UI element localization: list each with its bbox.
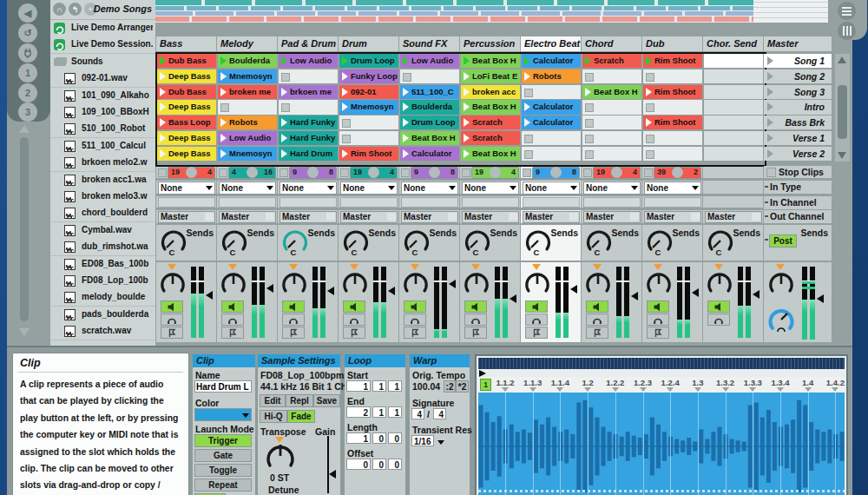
scene-song-1[interactable]: Song 1 bbox=[764, 54, 832, 68]
clip-stop-button[interactable] bbox=[646, 103, 654, 112]
clip-robots[interactable]: Robots bbox=[218, 116, 277, 129]
volume-fader-handle[interactable] bbox=[327, 287, 334, 295]
clip-stop-button[interactable] bbox=[342, 135, 351, 143]
orig-tempo-value[interactable]: 100.04 bbox=[412, 381, 440, 392]
track-header-dub[interactable]: Dub bbox=[642, 36, 702, 51]
scrollbar-thumb[interactable] bbox=[20, 137, 29, 321]
scrollbar-thumb[interactable] bbox=[838, 85, 847, 139]
clip-play-icon-active[interactable] bbox=[160, 56, 166, 65]
replace-button[interactable]: Repl bbox=[286, 394, 313, 407]
input-select-chor-send[interactable] bbox=[703, 181, 763, 194]
input-channel-field[interactable] bbox=[340, 197, 398, 208]
clip-hard-funky[interactable]: Hard Funky bbox=[279, 116, 338, 129]
clip-play-icon[interactable] bbox=[403, 102, 409, 111]
input-channel-melody[interactable] bbox=[217, 196, 277, 208]
clip-stop-button[interactable] bbox=[403, 73, 411, 82]
clip-play-icon[interactable] bbox=[464, 102, 470, 111]
clip-slot[interactable] bbox=[582, 147, 641, 161]
clip-play-icon[interactable] bbox=[160, 134, 166, 142]
cue-volume-knob[interactable] bbox=[766, 306, 797, 335]
clip-deep-bass[interactable]: Deep Bass bbox=[157, 147, 216, 161]
browser-item-live-demo-arranger[interactable]: Live Demo Arranger bbox=[50, 20, 155, 37]
warp-marker-icon[interactable] bbox=[667, 387, 674, 392]
loop-browser-icon[interactable]: ↺ bbox=[18, 23, 37, 43]
solo-cue-button[interactable] bbox=[221, 314, 244, 326]
return-arrow-icon[interactable]: ↰ bbox=[69, 3, 82, 16]
browser-item-092-01-wav[interactable]: 092-01.wav bbox=[50, 70, 155, 88]
loop-offset-bars[interactable]: 0 bbox=[346, 459, 371, 470]
input-select-melody[interactable]: None bbox=[217, 181, 277, 194]
track-activator-button[interactable] bbox=[282, 300, 305, 313]
clip-slot[interactable] bbox=[279, 69, 338, 83]
launch-mode-trigger-button[interactable]: Trigger bbox=[194, 434, 252, 447]
input-channel-field[interactable] bbox=[644, 197, 701, 208]
volume-fader-handle[interactable] bbox=[510, 294, 516, 303]
output-select-chor-send[interactable]: Master bbox=[703, 210, 763, 223]
output-select-box[interactable]: Master bbox=[219, 211, 276, 223]
clip-scratch[interactable]: Scratch bbox=[461, 131, 520, 145]
post-button[interactable]: Post bbox=[769, 234, 797, 248]
track-header-percussion[interactable]: Percussion bbox=[460, 36, 520, 51]
clip-stop-button[interactable] bbox=[524, 89, 533, 97]
warp-marker-icon[interactable] bbox=[529, 387, 536, 392]
clip-slot[interactable] bbox=[704, 147, 763, 161]
solo-cue-button[interactable] bbox=[404, 314, 426, 326]
clip-play-icon[interactable] bbox=[403, 118, 409, 127]
clip-stop-button[interactable] bbox=[524, 150, 533, 159]
volume-meter[interactable] bbox=[191, 267, 204, 338]
waveform-overview-bar[interactable] bbox=[478, 358, 845, 369]
clip-stop-button[interactable] bbox=[646, 150, 654, 159]
output-sub-button[interactable] bbox=[266, 213, 274, 221]
input-channel-field[interactable] bbox=[219, 197, 276, 208]
session-view-icon[interactable] bbox=[838, 22, 856, 40]
clip-slot[interactable] bbox=[704, 100, 763, 114]
clip-stop-button[interactable] bbox=[340, 168, 349, 177]
browser-item-511-100-calcul[interactable]: 511_100_Calcul bbox=[50, 138, 155, 155]
clip-play-icon-active[interactable] bbox=[281, 56, 287, 65]
warp-marker-icon[interactable] bbox=[640, 387, 647, 392]
volume-fader-handle[interactable] bbox=[206, 291, 213, 300]
warp-marker-icon[interactable] bbox=[749, 387, 756, 392]
send-c-knob[interactable]: C bbox=[219, 227, 250, 256]
clip-dub-bass[interactable]: Dub Bass bbox=[157, 85, 216, 99]
clip-deep-bass[interactable]: Deep Bass bbox=[157, 69, 216, 83]
output-select-box[interactable]: Master bbox=[158, 211, 215, 223]
loop-start-bars[interactable]: 1 bbox=[346, 380, 371, 392]
warp-marker-icon[interactable] bbox=[612, 387, 619, 392]
input-channel-chor-send[interactable] bbox=[703, 196, 763, 208]
output-select-percussion[interactable]: Master bbox=[460, 210, 520, 223]
track-header-bass[interactable]: Bass bbox=[156, 36, 216, 51]
clip-play-icon[interactable] bbox=[585, 88, 591, 96]
scene-play-icon[interactable] bbox=[767, 56, 773, 65]
input-channel-field[interactable] bbox=[523, 197, 580, 208]
solo-cue-button[interactable] bbox=[464, 314, 487, 326]
loop-end-beats[interactable]: 1 bbox=[372, 406, 386, 418]
loop-end-bars[interactable]: 2 bbox=[346, 406, 371, 418]
input-select-pad-drum[interactable]: None bbox=[278, 181, 338, 194]
browser-item-109-100-bboxh[interactable]: 109_100_BBoxH bbox=[50, 104, 155, 122]
volume-fader-handle[interactable] bbox=[631, 292, 638, 300]
clip-rim-shoot[interactable]: Rim Shoot bbox=[643, 85, 702, 99]
scene-song-2[interactable]: Song 2 bbox=[764, 69, 832, 83]
clip-stop-button[interactable] bbox=[462, 168, 470, 177]
output-select-dub[interactable]: Master bbox=[642, 210, 702, 223]
clip-rim-shoot[interactable]: Rim Shoot bbox=[339, 147, 398, 161]
scroll-up-icon[interactable] bbox=[19, 125, 30, 133]
output-select-bass[interactable]: Master bbox=[156, 210, 216, 223]
input-select-drum[interactable]: None bbox=[339, 181, 398, 194]
clip-beat-box-h[interactable]: Beat Box H bbox=[400, 131, 459, 145]
input-channel-drum[interactable] bbox=[339, 196, 398, 208]
clip-play-icon[interactable] bbox=[220, 72, 227, 81]
clip-drum-loop[interactable]: Drum Loop bbox=[339, 54, 398, 68]
input-channel-pad-drum[interactable] bbox=[278, 196, 338, 208]
arm-button[interactable] bbox=[221, 327, 244, 339]
stop-all-clips-button[interactable] bbox=[766, 168, 776, 177]
clip-stop-button[interactable] bbox=[585, 73, 594, 82]
clip-low-audio[interactable]: Low Audio bbox=[218, 131, 277, 145]
gain-slider[interactable] bbox=[327, 436, 329, 493]
clip-rim-shoot[interactable]: Rim Shoot bbox=[643, 54, 702, 68]
clip-slot[interactable] bbox=[582, 100, 641, 114]
clip-drum-loop[interactable]: Drum Loop bbox=[400, 116, 459, 129]
launch-mode-repeat-button[interactable]: Repeat bbox=[194, 478, 252, 492]
track-activator-button[interactable] bbox=[161, 300, 183, 313]
